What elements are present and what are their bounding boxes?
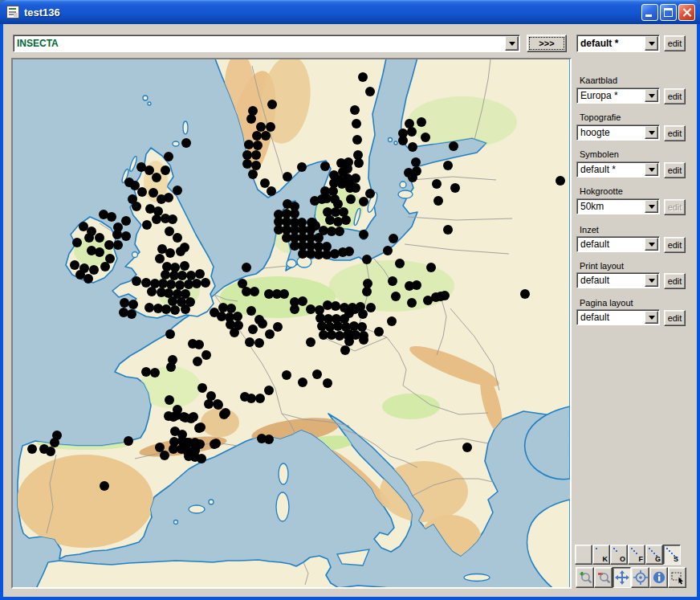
occurrence-dot [261, 131, 271, 141]
occurrence-dot [245, 337, 254, 347]
sidebar-label-print-layout: Print layout [580, 261, 624, 271]
zoom-out-button[interactable] [594, 567, 612, 588]
select-region-button[interactable] [668, 567, 686, 588]
occurrence-dot [443, 161, 453, 170]
pagina-layout-edit-button[interactable]: edit [664, 310, 686, 326]
chevron-down-icon [649, 243, 655, 247]
scale-button-k[interactable]: K [592, 545, 610, 565]
occurrence-dot [194, 340, 204, 349]
hokgrootte-combobox[interactable]: 50km [576, 198, 660, 214]
occurrence-dot [196, 422, 206, 432]
occurrence-dot [354, 158, 364, 168]
occurrence-dot [113, 240, 123, 250]
inzet-combobox[interactable]: default [576, 236, 660, 252]
expand-button[interactable]: >>> [527, 35, 567, 52]
preset-combobox[interactable]: default * [576, 35, 660, 52]
kaartblad-combobox[interactable]: Europa * [576, 88, 660, 104]
occurrence-dot [161, 165, 170, 175]
center-button[interactable] [631, 567, 649, 588]
occurrence-dot [142, 220, 152, 230]
occurrence-dot [352, 135, 362, 145]
taxon-combobox[interactable]: INSECTA [13, 35, 520, 52]
center-target-icon [633, 570, 648, 585]
occurrence-dot [265, 329, 275, 339]
pan-button[interactable] [612, 567, 631, 588]
info-button[interactable] [649, 567, 668, 588]
occurrence-dot [132, 202, 141, 211]
scale-button-f[interactable]: F [628, 545, 645, 565]
occurrence-dot [246, 306, 256, 316]
select-region-icon [670, 570, 685, 585]
occurrence-dot [440, 291, 450, 300]
occurrence-dot [147, 287, 157, 296]
print-layout-combobox[interactable]: default [576, 272, 660, 288]
distribution-map[interactable] [13, 59, 570, 587]
inzet-dropdown-button[interactable] [645, 238, 658, 251]
pagina-layout-combobox[interactable]: default [576, 309, 660, 325]
topografie-edit-button[interactable]: edit [664, 125, 686, 141]
occurrence-dots-layer [13, 59, 570, 587]
kaartblad-edit-button[interactable]: edit [664, 88, 686, 104]
close-button[interactable] [678, 4, 695, 21]
title-bar[interactable]: test136 [0, 0, 700, 24]
occurrence-dot [298, 296, 307, 306]
pagina-layout-dropdown-button[interactable] [645, 311, 658, 324]
minimize-button[interactable] [641, 4, 658, 21]
inzet-value: default [577, 237, 644, 251]
occurrence-dot [230, 328, 239, 337]
close-icon [682, 7, 692, 18]
print-layout-edit-button[interactable]: edit [664, 273, 686, 289]
occurrence-dot [310, 196, 319, 206]
preset-edit-button[interactable]: edit [664, 35, 686, 51]
occurrence-dot [121, 231, 131, 241]
occurrence-dot [344, 337, 354, 346]
maximize-icon [664, 8, 673, 17]
occurrence-dot [389, 234, 398, 243]
app-window: test136 INSECTA >>> default * edit [0, 0, 700, 600]
print-layout-dropdown-button[interactable] [645, 274, 658, 287]
symbolen-dropdown-button[interactable] [645, 163, 658, 176]
occurrence-dot [83, 274, 93, 284]
zoom-out-icon [596, 570, 611, 585]
inzet-edit-button[interactable]: edit [664, 237, 686, 253]
occurrence-dot [449, 141, 458, 151]
preset-value: default * [577, 36, 644, 51]
occurrence-dot [359, 230, 368, 239]
hokgrootte-edit-button[interactable]: edit [664, 199, 686, 215]
occurrence-dot [362, 255, 372, 264]
occurrence-dot [266, 122, 275, 132]
zoom-in-button[interactable] [576, 567, 594, 588]
occurrence-dot [246, 114, 256, 124]
occurrence-dot [248, 324, 258, 334]
occurrence-dot [388, 276, 397, 286]
hokgrootte-dropdown-button[interactable] [645, 200, 658, 213]
scale-button-o[interactable]: O [610, 545, 628, 565]
occurrence-dot [46, 447, 55, 456]
occurrence-dot [165, 248, 175, 258]
occurrence-dot [164, 152, 173, 161]
occurrence-dot [100, 262, 110, 271]
symbolen-edit-button[interactable]: edit [664, 162, 686, 178]
topografie-combobox[interactable]: hoogte [576, 124, 660, 141]
preset-dropdown-button[interactable] [645, 36, 658, 51]
occurrence-dot [417, 117, 426, 127]
scale-button-g[interactable]: G [645, 545, 663, 565]
maximize-button[interactable] [660, 4, 677, 21]
occurrence-dot [383, 246, 393, 255]
sidebar-label-pagina-layout: Pagina layout [580, 298, 633, 308]
scale-button-s[interactable]: S [663, 545, 681, 565]
occurrence-dot [193, 357, 202, 366]
occurrence-dot [211, 439, 221, 448]
taxon-dropdown-button[interactable] [505, 36, 519, 51]
kaartblad-dropdown-button[interactable] [645, 89, 658, 102]
app-icon [6, 6, 19, 18]
occurrence-dot [267, 100, 277, 109]
topografie-dropdown-button[interactable] [645, 126, 658, 139]
occurrence-dot [180, 261, 189, 271]
occurrence-dot [267, 186, 276, 196]
occurrence-dot [320, 161, 330, 171]
occurrence-dot [87, 246, 96, 255]
scale-button-blank[interactable] [575, 545, 592, 565]
occurrence-dot [166, 362, 176, 372]
symbolen-combobox[interactable]: default * [576, 161, 660, 178]
